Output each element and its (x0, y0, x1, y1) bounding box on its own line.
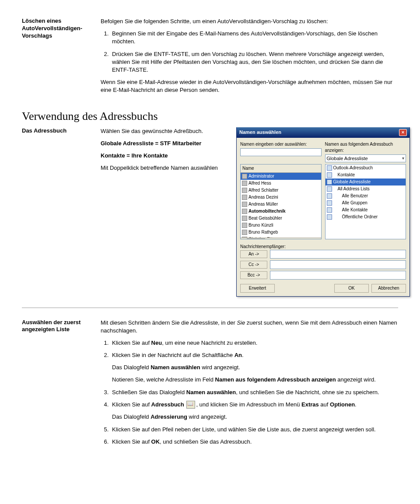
divider (22, 308, 398, 308)
addr-line3: Kontakte = Ihre Kontakte (101, 152, 228, 160)
dialog-select-names: Namen auswählen × Namen eingeben oder au… (236, 127, 410, 297)
an-field[interactable] (270, 250, 406, 259)
abbrechen-button[interactable]: Abbrechen (371, 284, 406, 293)
erweitert-button[interactable]: Erweitert (240, 284, 275, 293)
list-item[interactable]: Bruno Rathgeb (241, 229, 321, 236)
content-first-list: Mit diesen Schritten ändern Sie die Adre… (101, 319, 398, 450)
list-item[interactable]: Administrator (241, 173, 321, 180)
intro-first-list: Mit diesen Schritten ändern Sie die Adre… (101, 319, 398, 335)
list-item[interactable]: Christian Etter (241, 236, 321, 238)
content-delete-autocomplete: Befolgen Sie die folgenden Schritte, um … (101, 18, 398, 99)
list-item[interactable]: Öffentliche Ordner (326, 214, 406, 220)
label-recipients: Nachrichtenempfänger: (240, 244, 406, 250)
list-item[interactable]: Alfred Hess (241, 180, 321, 187)
list-item[interactable]: All Address Lists (326, 186, 406, 192)
bcc-field[interactable] (270, 271, 406, 280)
cc-field[interactable] (270, 260, 406, 269)
list-item[interactable]: Alle Benutzer (326, 192, 406, 200)
an-button[interactable]: An -> (240, 250, 267, 258)
addressbook-text: Wählen Sie das gewünschte Adreßbuch. Glo… (101, 127, 228, 177)
heading-addressbook: Verwendung des Adressbuchs (22, 110, 398, 123)
intro-text: Befolgen Sie die folgenden Schritte, um … (101, 18, 398, 25)
addr-line1: Wählen Sie das gewünschte Adreßbuch. (101, 127, 228, 135)
side-label-delete-autocomplete: Löschen eines AutoVervollständigen-Vorsc… (22, 18, 101, 40)
list-names[interactable]: Name Administrator Alfred Hess Alfred Sc… (240, 164, 322, 239)
label-addressbook-select: Namen aus folgendem Adressbuch anzeigen: (325, 141, 406, 154)
ok-button[interactable]: OK (334, 284, 369, 293)
scrollbar-horizontal[interactable] (241, 238, 321, 239)
addr-line4: Mit Doppelklick betreffende Namen auswäh… (101, 164, 228, 172)
dialog-title-text: Namen auswählen (239, 129, 281, 136)
list-names-header: Name (241, 164, 321, 173)
list-item[interactable]: Alfred Schlatter (241, 187, 321, 194)
bcc-button[interactable]: Bcc -> (240, 271, 267, 279)
list-item[interactable]: Andreas Dezini (241, 194, 321, 201)
list-addressbooks[interactable]: Outlook-Adressbuch Kontakte Globale Adre… (325, 164, 406, 239)
step-1: Beginnen Sie mit der Eingabe des E-Mail-… (110, 30, 398, 46)
step-2: Klicken Sie in der Nachricht auf die Sch… (110, 351, 398, 384)
list-item[interactable]: Alle Gruppen (326, 200, 406, 206)
side-label-addressbook: Das Adressbuch (22, 127, 101, 135)
list-item[interactable]: Beat Geissbühler (241, 215, 321, 222)
list-item[interactable]: Globale Adressliste (326, 178, 406, 186)
cc-button[interactable]: Cc -> (240, 261, 267, 269)
step-1: Klicken Sie auf Neu, um eine neue Nachri… (110, 339, 398, 347)
list-item[interactable]: Automobiltechnik (241, 208, 321, 215)
side-label-first-list: Auswählen der zuerst angezeigten Liste (22, 319, 101, 334)
list-item[interactable]: Kontakte (326, 172, 406, 178)
step-4: Klicken Sie auf Adressbuch , und klicken… (110, 401, 398, 421)
step-5: Klicken Sie auf den Pfeil neben der List… (110, 426, 398, 434)
list-item[interactable]: Outlook-Adressbuch (326, 164, 406, 172)
label-enter-name: Namen eingeben oder auswählen: (240, 141, 322, 147)
dialog-titlebar: Namen auswählen × (237, 127, 410, 138)
note-text: Wenn Sie eine E-Mail-Adresse wieder in d… (101, 78, 398, 94)
list-item[interactable]: Andreas Müller (241, 201, 321, 208)
step-6: Klicken Sie auf OK, und schließen Sie da… (110, 438, 398, 446)
addr-line2: Globale Adressliste = STF Mitarbeiter (101, 140, 228, 147)
close-icon[interactable]: × (399, 129, 407, 136)
step-3: Schließen Sie das Dialogfeld Namen auswä… (110, 388, 398, 396)
list-item[interactable]: Alle Kontakte (326, 206, 406, 214)
step-2: Drücken Sie die ENTF-TASTE, um den Vorsc… (110, 50, 398, 74)
addressbook-icon (186, 401, 195, 409)
list-item[interactable]: Bruno Künzli (241, 222, 321, 229)
input-enter-name[interactable] (240, 148, 322, 156)
combo-addressbook[interactable]: Globale Adressliste (325, 154, 406, 162)
